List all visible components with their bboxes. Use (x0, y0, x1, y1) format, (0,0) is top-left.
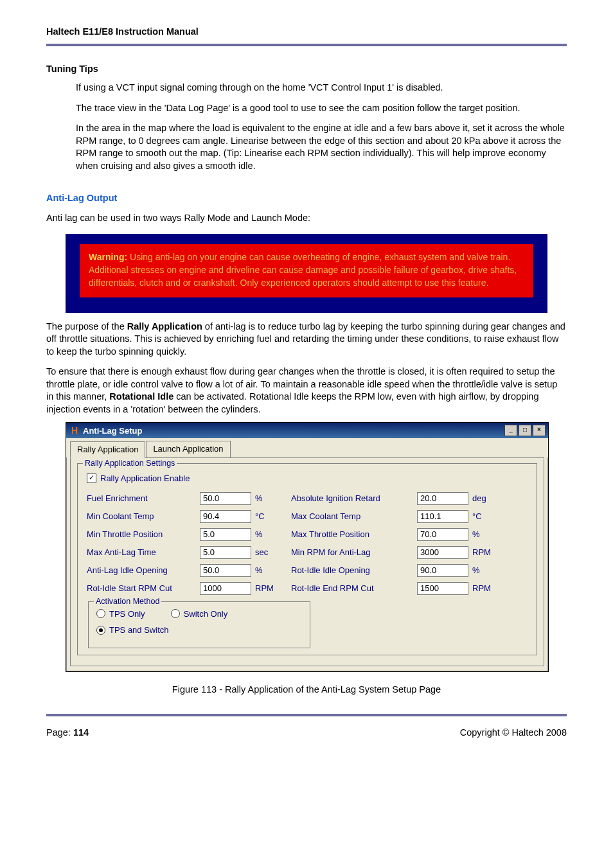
input-max-thr[interactable]: 70.0 (417, 528, 468, 541)
input-al-idle[interactable]: 50.0 (200, 564, 251, 577)
label-max-thr: Max Throttle Position (291, 529, 413, 540)
unit-max-thr: % (472, 529, 504, 540)
rally-settings-group: Rally Application Settings ✓ Rally Appli… (77, 463, 537, 655)
tuning-p3: In the area in the map where the load is… (76, 122, 567, 172)
rally-settings-legend: Rally Application Settings (83, 458, 177, 469)
minimize-button[interactable]: _ (504, 425, 517, 436)
page-label: Page: (46, 727, 73, 738)
label-rot-end: Rot-Idle End RPM Cut (291, 583, 413, 594)
unit-rot-end: RPM (472, 583, 504, 594)
input-min-cool[interactable]: 90.4 (200, 510, 251, 523)
label-min-rpm: Min RPM for Anti-Lag (291, 547, 413, 558)
copyright: Copyright © Haltech 2008 (460, 727, 567, 740)
activation-legend: Activation Method (94, 596, 161, 607)
rally-pre: The purpose of the (46, 321, 127, 332)
radio-dot-tps (96, 609, 105, 618)
radio-label-both: TPS and Switch (109, 624, 169, 636)
warning-box-outer: Warning: Using anti-lag on your engine c… (66, 234, 547, 313)
tuning-p2: The trace view in the 'Data Log Page' is… (76, 102, 567, 115)
input-rot-idle[interactable]: 90.0 (417, 564, 468, 577)
tabs-row: Rally Application Launch Application (66, 438, 548, 457)
label-min-cool: Min Coolant Temp (87, 511, 196, 522)
tab-rally[interactable]: Rally Application (70, 441, 145, 458)
rot-bold: Rotational Idle (109, 391, 173, 402)
label-al-idle: Anti-Lag Idle Opening (87, 565, 196, 576)
tuning-p1: If using a VCT input signal coming throu… (76, 82, 567, 94)
unit-min-rpm: RPM (472, 547, 504, 558)
label-min-thr: Min Throttle Position (87, 529, 196, 540)
unit-al-idle: % (255, 565, 287, 576)
enable-label: Rally Application Enable (100, 473, 190, 484)
warning-body: Using anti-lag on your engine can cause … (89, 252, 517, 288)
input-fuel[interactable]: 50.0 (200, 492, 251, 505)
unit-rot-start: RPM (255, 583, 287, 594)
page-footer: Page: 114 Copyright © Haltech 2008 (46, 714, 567, 740)
fields-grid: Fuel Enrichment 50.0 % Absolute Ignition… (87, 492, 530, 595)
rally-bold: Rally Application (127, 321, 202, 332)
radio-dot-both (96, 626, 105, 635)
input-max-time[interactable]: 5.0 (200, 546, 251, 559)
input-rot-end[interactable]: 1500 (417, 582, 468, 595)
activation-group: Activation Method TPS Only Switch Only (88, 601, 310, 648)
unit-min-cool: °C (255, 511, 287, 522)
antilag-intro: Anti lag can be used in two ways Rally M… (46, 212, 567, 225)
input-max-cool[interactable]: 110.1 (417, 510, 468, 523)
app-icon: H (70, 426, 79, 435)
input-min-rpm[interactable]: 3000 (417, 546, 468, 559)
figure-caption: Figure 113 - Rally Application of the An… (46, 684, 567, 696)
label-rot-idle: Rot-Idle Idle Opening (291, 565, 413, 576)
label-fuel: Fuel Enrichment (87, 493, 196, 504)
warning-box-inner: Warning: Using anti-lag on your engine c… (80, 244, 533, 297)
label-max-time: Max Anti-Lag Time (87, 547, 196, 558)
close-button[interactable]: × (533, 425, 546, 436)
radio-tps-and-switch[interactable]: TPS and Switch (96, 624, 169, 636)
unit-min-thr: % (255, 529, 287, 540)
rally-paragraph: The purpose of the Rally Application of … (46, 321, 567, 359)
unit-rot-idle: % (472, 565, 504, 576)
warning-label: Warning: (89, 252, 127, 262)
unit-fuel: % (255, 493, 287, 504)
radio-tps-only[interactable]: TPS Only (96, 608, 145, 620)
window-titlebar[interactable]: H Anti-Lag Setup _ □ × (66, 423, 548, 438)
input-rot-start[interactable]: 1000 (200, 582, 251, 595)
radio-label-tps: TPS Only (109, 608, 145, 620)
tab-launch[interactable]: Launch Application (146, 441, 230, 457)
input-abs-ign[interactable]: 20.0 (417, 492, 468, 505)
doc-header: Haltech E11/E8 Instruction Manual (46, 26, 567, 46)
radio-label-switch: Switch Only (184, 608, 228, 620)
tuning-tips-heading: Tuning Tips (46, 63, 567, 76)
unit-max-time: sec (255, 547, 287, 558)
window-title: Anti-Lag Setup (83, 425, 142, 437)
input-min-thr[interactable]: 5.0 (200, 528, 251, 541)
unit-abs-ign: deg (472, 493, 504, 504)
radio-dot-switch (171, 609, 180, 618)
label-max-cool: Max Coolant Temp (291, 511, 413, 522)
radio-switch-only[interactable]: Switch Only (171, 608, 228, 620)
label-abs-ign: Absolute Ignition Retard (291, 493, 413, 504)
label-rot-start: Rot-Idle Start RPM Cut (87, 583, 196, 594)
tab-panel: Rally Application Settings ✓ Rally Appli… (70, 457, 544, 666)
maximize-button[interactable]: □ (519, 425, 531, 436)
antilag-heading: Anti-Lag Output (46, 192, 567, 205)
antilag-setup-window: H Anti-Lag Setup _ □ × Rally Application… (66, 422, 549, 671)
page-number: 114 (73, 727, 89, 738)
enable-checkbox[interactable]: ✓ (87, 474, 96, 483)
rotational-paragraph: To ensure that there is enough exhaust f… (46, 366, 567, 416)
unit-max-cool: °C (472, 511, 504, 522)
